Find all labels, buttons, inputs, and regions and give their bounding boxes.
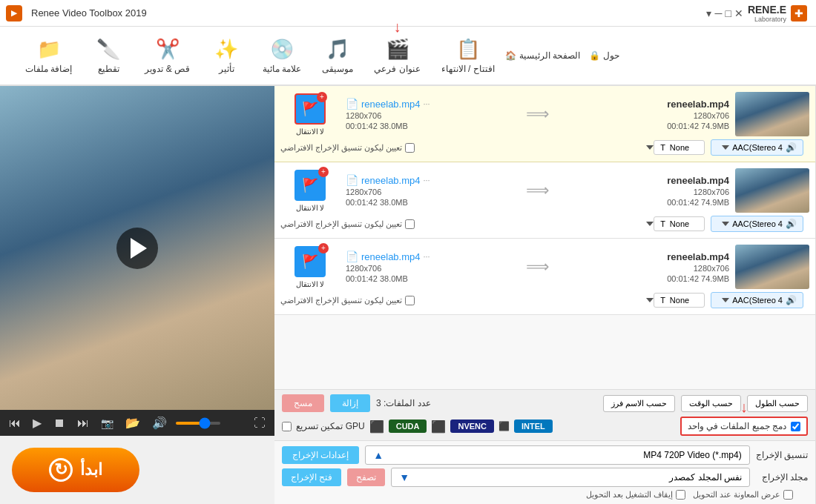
- transition-plus-3: +: [318, 243, 329, 253]
- default-format-check-1[interactable]: [405, 143, 415, 153]
- toolbar-item-crop[interactable]: ✂️ قص & تدوير: [134, 32, 200, 80]
- file-arrow-2: ⟹: [519, 181, 557, 200]
- toolbar-item-subtitle[interactable]: 🎬 عنوان فرعي ↓: [363, 32, 430, 80]
- audio-select-2[interactable]: 🔊 AAC(Stereo 4: [711, 216, 803, 232]
- show-checkbox[interactable]: [783, 490, 793, 500]
- file-row-2: reneelab.mp4 1280x706 00:01:42 74.9MB ⟹ …: [274, 162, 815, 239]
- flag-icon-2: 🚩: [302, 177, 318, 193]
- file-row-3-bottom: 🔊 AAC(Stereo 4 T None تعيين ليكون تنسيق …: [280, 292, 809, 308]
- file-output-info-3: 📄 reneelab.mp4 ··· 1280x706 00:01:42 38.…: [346, 251, 513, 283]
- toolbar-nav-links: 🏠 الصفحة الرئيسية 🔒 حول: [505, 50, 619, 61]
- toolbar-item-music[interactable]: 🎵 موسيقى: [312, 32, 363, 80]
- remove-button[interactable]: إزالة: [330, 394, 370, 412]
- transition-plus-1: +: [317, 92, 327, 102]
- cuda-chip[interactable]: CUDA: [389, 420, 427, 433]
- stop-label: إيقاف التشغيل بعد التحويل: [586, 490, 673, 500]
- toolbar-item-watermark[interactable]: 💿 علامة مائية: [252, 32, 312, 80]
- file-row-2-top: reneelab.mp4 1280x706 00:01:42 74.9MB ⟹ …: [280, 168, 809, 213]
- transition-icon-1[interactable]: 🚩 +: [295, 93, 326, 125]
- start-button[interactable]: ابدأ ↻: [12, 448, 139, 492]
- preview-video: [0, 86, 274, 410]
- about-link[interactable]: 🔒 حول: [589, 50, 619, 61]
- start-refresh-icon: ↻: [49, 458, 73, 482]
- sort-by-time-btn[interactable]: حسب الوقت: [681, 395, 741, 412]
- cut-icon: 🔪: [96, 38, 120, 61]
- fullscreen-btn[interactable]: ⛶: [251, 415, 269, 431]
- text-select-3[interactable]: T None: [654, 293, 705, 308]
- file-output-info-1: 📄 reneelab.mp4 ··· 1280x706 00:01:42 38.…: [346, 98, 513, 130]
- file-name-2: reneelab.mp4: [563, 175, 730, 186]
- volume-btn[interactable]: 🔊: [149, 414, 170, 431]
- folder-select[interactable]: نفس المجلد كمصدر ▼: [391, 468, 750, 487]
- file-out-res-2: 1280x706: [346, 188, 513, 196]
- open-icon: 📋: [456, 38, 480, 61]
- default-format-checkbox-2: تعيين ليكون تنسيق الإخراج الافتراضي: [280, 219, 415, 229]
- maximize-icon[interactable]: □: [725, 7, 731, 19]
- sort-by-name-btn[interactable]: حسب الاسم فرز: [603, 395, 675, 412]
- file-info-3: reneelab.mp4 1280x706 00:01:42 74.9MB: [563, 251, 730, 283]
- flag-icon-3: 🚩: [302, 253, 318, 270]
- transition-label-3: لا الانتقال: [296, 280, 325, 288]
- audio-select-3[interactable]: 🔊 AAC(Stereo 4: [711, 292, 803, 308]
- folder-btn[interactable]: 📂: [122, 414, 143, 431]
- start-area: ابدأ ↻: [0, 436, 274, 504]
- format-select[interactable]: MP4 720P Video (*.mp4) ▲: [365, 445, 749, 465]
- file-out-res-3: 1280x706: [346, 264, 513, 273]
- open-output-button[interactable]: فتح الإخراج: [282, 468, 341, 486]
- output-settings-btn[interactable]: إعدادات الإخراج: [282, 446, 359, 464]
- options-row: ↓ دمج جميع الملفات في واحد تمكين تسريع G…: [282, 417, 808, 436]
- file-name-3: reneelab.mp4: [563, 251, 730, 262]
- toolbar-item-addfiles[interactable]: 📁 إضافة ملفات: [15, 32, 82, 80]
- text-select-2[interactable]: T None: [654, 216, 705, 231]
- default-format-check-3[interactable]: [405, 296, 415, 305]
- screenshot-btn[interactable]: 📷: [98, 416, 116, 431]
- dropdown-icon[interactable]: ▾: [706, 7, 711, 19]
- text-select-1[interactable]: T None: [654, 140, 705, 155]
- default-format-check-2[interactable]: [405, 219, 415, 229]
- text-select-wrapper-1: T None: [642, 140, 705, 155]
- toolbar-item-cut[interactable]: 🔪 تقطيع: [82, 32, 134, 80]
- toolbar-item-open[interactable]: 📋 افتتاح / الانتهاء: [431, 32, 505, 80]
- audio-icon-2: 🔊: [786, 219, 797, 229]
- show-label: عرض المعاونة عند التحويل: [693, 490, 780, 500]
- toolbar-item-effect[interactable]: ✨ تأثير: [200, 32, 252, 80]
- skip-fwd-btn[interactable]: ⏭: [74, 415, 92, 431]
- file-name-1: reneelab.mp4: [563, 99, 730, 110]
- stop-checkbox[interactable]: [676, 490, 685, 500]
- transition-icon-2[interactable]: 🚩 +: [295, 170, 326, 201]
- file-out-res-1: 1280x706: [346, 111, 513, 120]
- stop-btn[interactable]: ⏹: [50, 415, 68, 431]
- close-icon[interactable]: ✕: [734, 7, 743, 19]
- brand-cross-icon: ✚: [791, 5, 807, 21]
- file-rows: reneelab.mp4 1280x706 00:01:42 74.9MB ⟹ …: [274, 86, 815, 389]
- play-button-overlay[interactable]: [116, 228, 158, 269]
- skip-back-btn[interactable]: ⏮: [6, 415, 24, 431]
- minimize-icon[interactable]: ─: [714, 7, 722, 19]
- file-output-name-1: 📄 reneelab.mp4 ···: [346, 98, 513, 110]
- addfiles-icon: 📁: [37, 38, 61, 61]
- file-row-3: reneelab.mp4 1280x706 00:01:42 74.9MB ⟹ …: [274, 239, 815, 315]
- gpu-checkbox[interactable]: [282, 422, 292, 431]
- home-link[interactable]: 🏠 الصفحة الرئيسية: [505, 50, 580, 61]
- transition-area-3: 🚩 + لا الانتقال: [280, 246, 340, 288]
- file-thumb-3-input: [735, 245, 809, 289]
- browse-button[interactable]: تصفح: [347, 468, 385, 486]
- brand-area: ▾ ─ □ ✕ RENE.E Laboratory ✚: [682, 0, 816, 27]
- volume-slider[interactable]: [176, 422, 220, 425]
- intel-chip[interactable]: INTEL: [514, 420, 553, 433]
- transition-icon-3[interactable]: 🚩 +: [295, 246, 326, 277]
- nvenc-chip[interactable]: NVENC: [450, 420, 494, 433]
- file-res-2: 1280x706: [563, 188, 730, 196]
- play-btn[interactable]: ▶: [30, 414, 45, 431]
- transition-plus-2: +: [318, 167, 329, 177]
- play-triangle: [131, 238, 147, 259]
- last-options-row: عرض المعاونة عند التحويل إيقاف التشغيل ب…: [282, 490, 808, 500]
- audio-select-1[interactable]: 🔊 AAC(Stereo 4: [711, 139, 803, 156]
- clear-button[interactable]: مسح: [282, 394, 324, 412]
- file-info-2: reneelab.mp4 1280x706 00:01:42 74.9MB: [563, 175, 730, 207]
- merge-checkbox[interactable]: [791, 422, 800, 431]
- sort-by-length-btn[interactable]: حسب الطول: [747, 395, 808, 412]
- start-label: ابدأ: [80, 460, 102, 480]
- file-output-icon-2: 📄: [346, 174, 358, 186]
- file-row-3-top: reneelab.mp4 1280x706 00:01:42 74.9MB ⟹ …: [280, 245, 809, 289]
